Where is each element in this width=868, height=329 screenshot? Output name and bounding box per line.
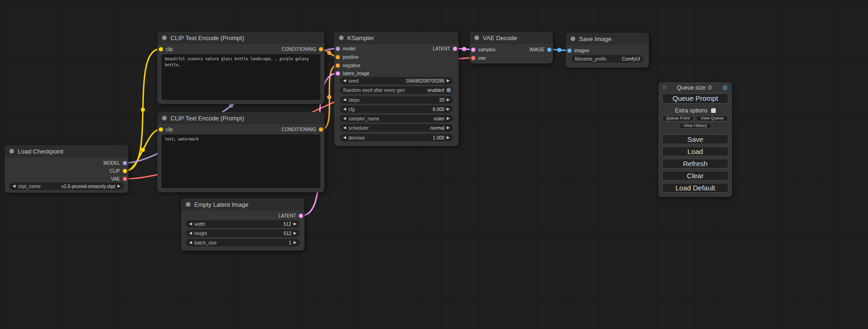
decrement-arrow-icon[interactable]: ◀ bbox=[343, 136, 346, 140]
output-slot-latent[interactable]: LATENT bbox=[278, 212, 303, 219]
input-slot-samples[interactable]: samples bbox=[471, 46, 495, 53]
decrement-arrow-icon[interactable]: ◀ bbox=[343, 98, 346, 102]
slot-dot-image[interactable] bbox=[567, 49, 572, 53]
slot-dot-model[interactable] bbox=[123, 161, 127, 165]
increment-arrow-icon[interactable]: ▶ bbox=[447, 136, 450, 140]
input-slot-model[interactable]: model bbox=[336, 45, 355, 52]
output-slot-latent[interactable]: LATENT bbox=[432, 45, 457, 52]
output-slot-conditioning[interactable]: CONDITIONING bbox=[282, 46, 323, 52]
increment-arrow-icon[interactable]: ▶ bbox=[294, 222, 296, 226]
slot-dot-clip[interactable] bbox=[159, 47, 163, 51]
height-widget[interactable]: ◀ height 512 ▶ bbox=[186, 230, 300, 237]
node-title-bar[interactable]: VAE Decode bbox=[470, 32, 553, 44]
input-slot-clip[interactable]: clip bbox=[159, 126, 173, 133]
seed-widget[interactable]: ◀ seed 156680208700286 ▶ bbox=[340, 77, 453, 84]
save-button[interactable]: Save bbox=[662, 134, 728, 144]
node-title-bar[interactable]: CLIP Text Encode (Prompt) bbox=[157, 32, 325, 44]
input-slot-clip[interactable]: clip bbox=[159, 46, 173, 52]
node-save-image[interactable]: Save Image images filename_prefix ComfyU… bbox=[566, 33, 649, 68]
increment-arrow-icon[interactable]: ▶ bbox=[118, 184, 120, 188]
input-slot-images[interactable]: images bbox=[567, 47, 589, 54]
output-slot-image[interactable]: IMAGE bbox=[529, 46, 551, 53]
node-title-bar[interactable]: CLIP Text Encode (Prompt) bbox=[157, 112, 325, 124]
slot-dot-clip[interactable] bbox=[123, 169, 127, 173]
increment-arrow-icon[interactable]: ▶ bbox=[447, 117, 450, 120]
prompt-text-area[interactable]: text, watermark bbox=[162, 134, 320, 188]
output-slot-model[interactable]: MODEL bbox=[103, 160, 127, 166]
decrement-arrow-icon[interactable]: ◀ bbox=[343, 79, 346, 83]
sampler-name-widget[interactable]: ◀ sampler_name euler ▶ bbox=[340, 115, 453, 122]
decrement-arrow-icon[interactable]: ◀ bbox=[189, 241, 192, 245]
view-queue-button[interactable]: View Queue bbox=[696, 115, 728, 121]
node-empty-latent-image[interactable]: Empty Latent Image LATENT ◀ width 512 ▶ … bbox=[181, 198, 304, 251]
random-seed-toggle-widget[interactable]: Random seed after every gen enabled bbox=[340, 86, 453, 94]
scheduler-widget[interactable]: ◀ scheduler normal ▶ bbox=[340, 124, 453, 132]
collapse-dot-icon[interactable] bbox=[9, 149, 14, 154]
ckpt-name-widget[interactable]: ◀ ckpt_name v1-5-pruned-emaonly.ckpt ▶ bbox=[9, 182, 124, 190]
increment-arrow-icon[interactable]: ▶ bbox=[447, 98, 450, 102]
decrement-arrow-icon[interactable]: ◀ bbox=[13, 184, 15, 188]
prompt-text-area[interactable]: beautiful scenery nature glass bottle la… bbox=[162, 54, 320, 100]
drag-handle-icon[interactable]: ⠿ bbox=[663, 85, 666, 91]
decrement-arrow-icon[interactable]: ◀ bbox=[343, 117, 346, 120]
output-slot-conditioning[interactable]: CONDITIONING bbox=[282, 126, 323, 133]
slot-dot-model[interactable] bbox=[336, 47, 340, 51]
toggle-knob-icon[interactable] bbox=[446, 88, 451, 92]
increment-arrow-icon[interactable]: ▶ bbox=[294, 241, 296, 245]
input-slot-negative[interactable]: negative bbox=[336, 62, 360, 69]
collapse-dot-icon[interactable] bbox=[186, 202, 191, 207]
input-slot-positive[interactable]: positive bbox=[336, 54, 359, 60]
settings-gear-icon[interactable]: ⚙ bbox=[722, 84, 728, 91]
input-slot-vae[interactable]: vae bbox=[471, 55, 486, 61]
decrement-arrow-icon[interactable]: ◀ bbox=[189, 231, 192, 235]
slot-dot-vae[interactable] bbox=[471, 56, 475, 60]
output-slot-clip[interactable]: CLIP bbox=[110, 168, 127, 174]
filename-prefix-widget[interactable]: filename_prefix ComfyUI bbox=[572, 55, 643, 63]
slot-dot-latent[interactable] bbox=[336, 71, 340, 76]
queue-prompt-button[interactable]: Queue Prompt bbox=[662, 93, 728, 104]
collapse-dot-icon[interactable] bbox=[162, 35, 167, 40]
slot-dot-latent[interactable] bbox=[471, 48, 475, 52]
decrement-arrow-icon[interactable]: ◀ bbox=[343, 126, 346, 130]
node-title-bar[interactable]: KSampler bbox=[334, 32, 459, 44]
collapse-dot-icon[interactable] bbox=[571, 36, 575, 41]
slot-dot-vae[interactable] bbox=[123, 177, 127, 181]
extra-options-checkbox[interactable] bbox=[711, 108, 716, 113]
slot-dot-latent[interactable] bbox=[299, 214, 303, 218]
clear-button[interactable]: Clear bbox=[662, 171, 728, 181]
increment-arrow-icon[interactable]: ▶ bbox=[447, 79, 450, 83]
node-clip-text-encode-positive[interactable]: CLIP Text Encode (Prompt) clip CONDITION… bbox=[157, 32, 325, 104]
increment-arrow-icon[interactable]: ▶ bbox=[447, 126, 450, 130]
decrement-arrow-icon[interactable]: ◀ bbox=[189, 222, 192, 226]
batch-size-widget[interactable]: ◀ batch_size 1 ▶ bbox=[186, 239, 300, 246]
comfy-menu-panel[interactable]: ⠿ Queue size: 0 ⚙ Queue Prompt Extra opt… bbox=[658, 82, 732, 197]
slot-dot-conditioning[interactable] bbox=[319, 127, 323, 132]
slot-dot-image[interactable] bbox=[547, 48, 551, 52]
node-load-checkpoint[interactable]: Load Checkpoint MODEL CLIP VAE ◀ ckpt_na… bbox=[5, 145, 128, 193]
slot-dot-conditioning[interactable] bbox=[336, 55, 340, 59]
node-ksampler[interactable]: KSampler model positive negative latent_… bbox=[334, 32, 459, 146]
steps-widget[interactable]: ◀ steps 20 ▶ bbox=[340, 96, 453, 104]
node-clip-text-encode-negative[interactable]: CLIP Text Encode (Prompt) clip CONDITION… bbox=[157, 112, 325, 192]
queue-front-button[interactable]: Queue Front bbox=[662, 115, 694, 121]
width-widget[interactable]: ◀ width 512 ▶ bbox=[186, 220, 300, 228]
collapse-dot-icon[interactable] bbox=[474, 35, 479, 40]
input-slot-latent-image[interactable]: latent_image bbox=[336, 70, 369, 77]
load-button[interactable]: Load bbox=[662, 147, 728, 156]
slot-dot-conditioning[interactable] bbox=[319, 47, 323, 51]
load-default-button[interactable]: Load Default bbox=[662, 183, 728, 193]
slot-dot-latent[interactable] bbox=[453, 47, 457, 51]
refresh-button[interactable]: Refresh bbox=[662, 159, 728, 168]
slot-dot-conditioning[interactable] bbox=[336, 63, 340, 68]
denoise-widget[interactable]: ◀ denoise 1.000 ▶ bbox=[340, 134, 453, 141]
cfg-widget[interactable]: ◀ cfg 8.000 ▶ bbox=[340, 105, 453, 113]
output-slot-vae[interactable]: VAE bbox=[111, 175, 127, 182]
slot-dot-clip[interactable] bbox=[159, 127, 163, 132]
decrement-arrow-icon[interactable]: ◀ bbox=[343, 107, 346, 111]
collapse-dot-icon[interactable] bbox=[162, 116, 167, 120]
node-vae-decode[interactable]: VAE Decode samples vae IMAGE bbox=[470, 32, 553, 63]
node-title-bar[interactable]: Load Checkpoint bbox=[5, 145, 128, 157]
view-history-button[interactable]: View History bbox=[678, 123, 712, 129]
node-title-bar[interactable]: Save Image bbox=[566, 33, 649, 45]
collapse-dot-icon[interactable] bbox=[339, 35, 344, 40]
